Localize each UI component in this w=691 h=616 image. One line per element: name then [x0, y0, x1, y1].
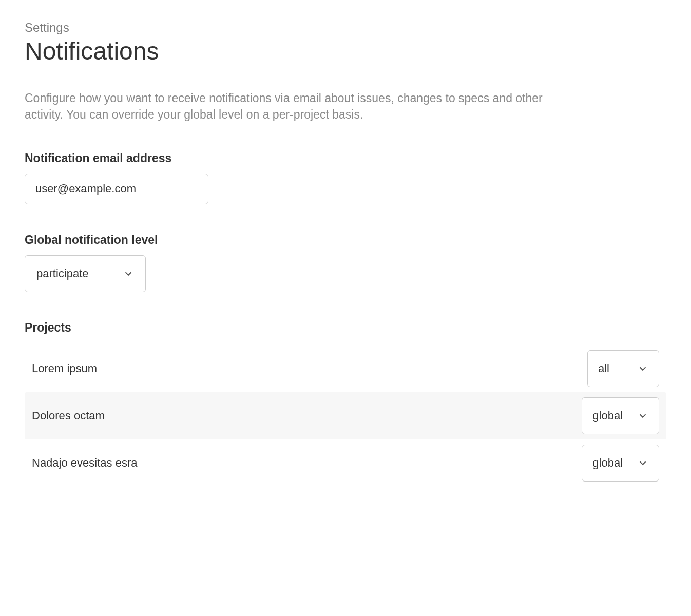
chevron-down-icon — [637, 410, 648, 421]
page-title: Notifications — [25, 37, 666, 65]
project-level-dropdown[interactable]: all — [587, 350, 659, 387]
projects-list: Lorem ipsum all Dolores octam global Nad… — [25, 345, 666, 487]
projects-section: Projects Lorem ipsum all Dolores octam g… — [25, 321, 666, 487]
email-label: Notification email address — [25, 151, 666, 165]
project-row: Nadajo evesitas esra global — [25, 439, 666, 487]
chevron-down-icon — [123, 268, 134, 279]
chevron-down-icon — [637, 457, 648, 469]
project-level-dropdown[interactable]: global — [582, 397, 659, 434]
page-description: Configure how you want to receive notifi… — [25, 90, 559, 123]
email-section: Notification email address — [25, 151, 666, 204]
project-row: Dolores octam global — [25, 392, 666, 439]
project-level-value: global — [592, 456, 623, 470]
projects-label: Projects — [25, 321, 666, 335]
global-level-dropdown[interactable]: participate — [25, 255, 146, 292]
project-name: Lorem ipsum — [32, 362, 97, 375]
email-input[interactable] — [25, 174, 208, 204]
chevron-down-icon — [637, 363, 648, 374]
project-name: Nadajo evesitas esra — [32, 456, 137, 470]
project-name: Dolores octam — [32, 409, 105, 422]
project-level-value: global — [592, 409, 623, 422]
project-level-value: all — [598, 362, 609, 375]
project-row: Lorem ipsum all — [25, 345, 666, 392]
global-level-value: participate — [36, 267, 89, 280]
breadcrumb: Settings — [25, 21, 666, 35]
global-level-label: Global notification level — [25, 233, 666, 247]
global-level-section: Global notification level participate — [25, 233, 666, 292]
project-level-dropdown[interactable]: global — [582, 445, 659, 482]
